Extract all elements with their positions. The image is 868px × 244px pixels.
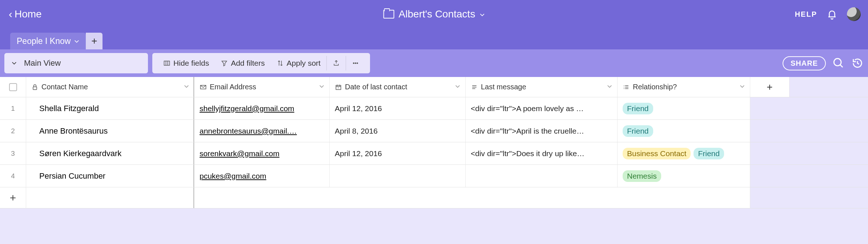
relationship-tag[interactable]: Friend: [623, 125, 653, 137]
date-cell[interactable]: [330, 165, 466, 187]
email-cell[interactable]: annebrontesaurus@gmail.…: [194, 120, 330, 142]
chevron-down-icon: [74, 36, 79, 46]
table-row: 3Søren Kierkegaardvarksorenkvark@gmail.c…: [0, 142, 868, 165]
share-group: SHARE: [783, 56, 864, 70]
email-link[interactable]: shellyjfitzgerald@gmail.com: [200, 104, 294, 113]
select-all-cell[interactable]: [0, 77, 26, 97]
relationship-tag[interactable]: Business Contact: [623, 148, 691, 159]
add-tab-button[interactable]: +: [86, 33, 103, 49]
col-relationship[interactable]: Relationship?: [618, 77, 750, 97]
svg-rect-0: [164, 61, 170, 65]
message-cell[interactable]: <div dir="ltr">Does it dry up like…: [466, 142, 618, 164]
empty: [750, 165, 789, 187]
notifications-icon[interactable]: [827, 9, 837, 20]
sort-icon: [277, 60, 284, 67]
add-row-button[interactable]: +: [0, 187, 26, 208]
view-selector[interactable]: Main View: [4, 53, 148, 73]
col-date[interactable]: 7 Date of last contact: [330, 77, 466, 97]
frozen-divider[interactable]: [193, 120, 194, 142]
empty: [789, 97, 868, 119]
base-title-text: Albert's Contacts: [399, 8, 475, 20]
row-index[interactable]: 3: [0, 142, 26, 164]
col-contact-name[interactable]: Contact Name: [26, 77, 194, 97]
relationship-tag[interactable]: Friend: [694, 148, 724, 159]
col-label: Contact Name: [41, 83, 88, 91]
contact-name-cell[interactable]: Søren Kierkegaardvark: [26, 142, 194, 164]
contact-name-cell[interactable]: Anne Brontësaurus: [26, 120, 194, 142]
add-filters-button[interactable]: Add filters: [215, 53, 270, 73]
chevron-down-icon: [455, 84, 460, 90]
frozen-divider[interactable]: [193, 142, 194, 164]
frozen-divider[interactable]: [193, 97, 194, 119]
message-cell[interactable]: [466, 165, 618, 187]
chevron-down-icon: [740, 84, 745, 90]
date-cell[interactable]: April 8, 2016: [330, 120, 466, 142]
table-row: 2Anne Brontësaurusannebrontesaurus@gmail…: [0, 120, 868, 142]
back-home-button[interactable]: ‹ Home: [4, 6, 46, 22]
help-button[interactable]: HELP: [795, 10, 817, 19]
apply-sort-label: Apply sort: [287, 59, 321, 68]
top-bar: ‹ Home Albert's Contacts HELP: [0, 0, 868, 28]
message-cell[interactable]: <div dir="ltr">April is the cruelle…: [466, 120, 618, 142]
relationship-cell[interactable]: Business ContactFriend: [618, 142, 750, 164]
view-label: Main View: [24, 58, 61, 68]
email-link[interactable]: pcukes@gmail.com: [200, 172, 266, 180]
svg-point-9: [624, 85, 624, 86]
envelope-icon: [200, 84, 207, 91]
relationship-cell[interactable]: Friend: [618, 97, 750, 119]
share-button[interactable]: SHARE: [783, 56, 826, 70]
relationship-cell[interactable]: Nemesis: [618, 165, 750, 187]
chevron-down-icon: [319, 84, 324, 90]
relationship-cell[interactable]: Friend: [618, 120, 750, 142]
empty[interactable]: [194, 187, 750, 208]
export-button[interactable]: [327, 53, 346, 73]
base-title-dropdown[interactable]: Albert's Contacts: [383, 8, 485, 20]
frozen-divider[interactable]: [193, 187, 194, 208]
empty-header: [789, 77, 868, 97]
empty-area: [0, 208, 868, 244]
email-link[interactable]: sorenkvark@gmail.com: [200, 149, 280, 158]
svg-point-2: [355, 63, 356, 64]
row-index[interactable]: 2: [0, 120, 26, 142]
email-link[interactable]: annebrontesaurus@gmail.…: [200, 127, 297, 135]
email-cell[interactable]: sorenkvark@gmail.com: [194, 142, 330, 164]
svg-point-4: [834, 58, 841, 66]
empty[interactable]: [26, 187, 194, 208]
relationship-tag[interactable]: Friend: [623, 103, 653, 114]
email-cell[interactable]: shellyjfitzgerald@gmail.com: [194, 97, 330, 119]
search-icon[interactable]: [832, 57, 845, 69]
hide-fields-button[interactable]: Hide fields: [157, 53, 215, 73]
col-email[interactable]: Email Address: [194, 77, 330, 97]
svg-point-3: [357, 63, 358, 64]
empty: [789, 187, 868, 208]
list-icon: [623, 84, 630, 91]
more-icon: [352, 60, 359, 67]
filter-icon: [221, 60, 228, 67]
date-cell[interactable]: April 12, 2016: [330, 142, 466, 164]
row-index[interactable]: 1: [0, 97, 26, 119]
tab-people-i-know[interactable]: People I Know: [10, 33, 86, 49]
date-cell[interactable]: April 12, 2016: [330, 97, 466, 119]
chevron-down-icon: [184, 84, 189, 90]
frozen-divider[interactable]: [193, 165, 194, 187]
tab-label: People I Know: [17, 36, 71, 46]
relationship-tag[interactable]: Nemesis: [623, 170, 661, 182]
frozen-divider[interactable]: [193, 77, 194, 97]
col-last-message[interactable]: Last message: [466, 77, 618, 97]
empty: [789, 120, 868, 142]
contact-name-cell[interactable]: Shella Fitzgerald: [26, 97, 194, 119]
avatar[interactable]: [847, 7, 861, 21]
add-column-button[interactable]: +: [750, 77, 789, 97]
history-icon[interactable]: [851, 57, 864, 69]
lock-icon: [31, 84, 39, 91]
row-index[interactable]: 4: [0, 165, 26, 187]
email-cell[interactable]: pcukes@gmail.com: [194, 165, 330, 187]
chevron-left-icon: ‹: [9, 9, 12, 20]
col-label: Relationship?: [633, 83, 677, 91]
contact-name-cell[interactable]: Persian Cucumber: [26, 165, 194, 187]
message-cell[interactable]: <div dir="ltr">A poem lovely as …: [466, 97, 618, 119]
empty: [750, 142, 789, 164]
tools-group: Hide fields Add filters Apply sort: [152, 53, 370, 73]
apply-sort-button[interactable]: Apply sort: [271, 53, 326, 73]
more-button[interactable]: [346, 53, 365, 73]
